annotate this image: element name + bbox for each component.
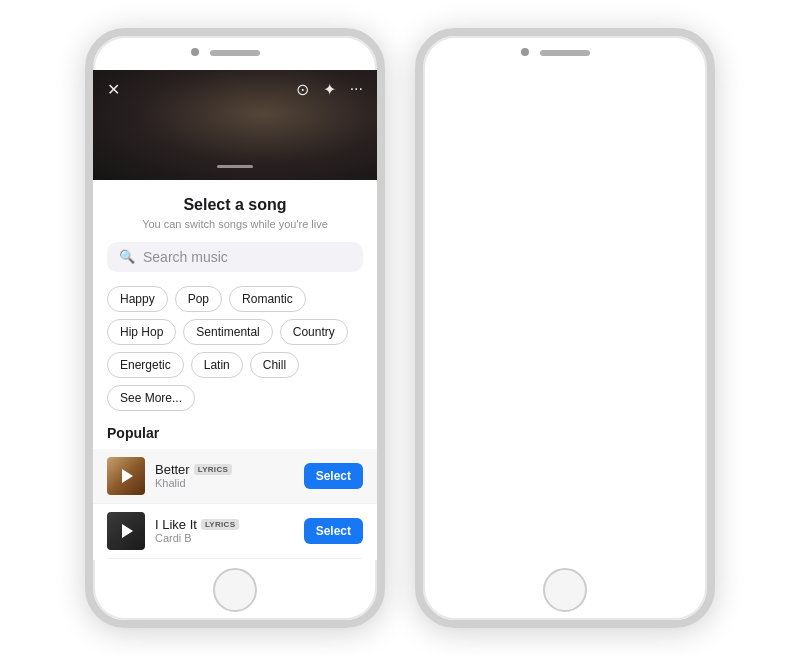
phone-speaker-left [210,50,260,56]
close-icon[interactable]: ✕ [107,80,120,99]
phone-camera-right [521,48,529,56]
tag-item[interactable]: Chill [250,352,299,378]
search-placeholder-text: Search music [143,249,228,265]
camera-icon[interactable]: ⊙ [296,80,309,99]
tag-item[interactable]: Happy [107,286,168,312]
select-song-button[interactable]: Select [304,463,363,489]
tags-container: HappyPopRomanticHip HopSentimentalCountr… [107,286,363,411]
song-item[interactable]: BetterLYRICSKhalidSelect [93,449,377,504]
popular-label: Popular [107,425,363,441]
song-list: BetterLYRICSKhalidSelectI Like ItLYRICSC… [107,449,363,560]
more-icon[interactable]: ··· [350,80,363,99]
right-phone: LIVE 👁 12 Love to see you shine in the n… [415,28,715,628]
phone-camera-left [191,48,199,56]
panel-title: Select a song [107,196,363,214]
left-header-bg: ✕ ⊙ ✦ ··· [93,70,377,180]
search-bar[interactable]: 🔍 Search music [107,242,363,272]
tag-item[interactable]: Energetic [107,352,184,378]
search-icon: 🔍 [119,249,135,264]
tag-item[interactable]: Latin [191,352,243,378]
select-song-button[interactable]: Select [304,518,363,544]
left-header-icons: ✕ ⊙ ✦ ··· [93,80,377,99]
lyrics-badge: LYRICS [201,519,239,530]
music-panel: Select a song You can switch songs while… [93,180,377,560]
song-artist: Khalid [155,477,294,489]
magic-icon[interactable]: ✦ [323,80,336,99]
play-icon [122,469,133,483]
header-icons-right: ⊙ ✦ ··· [296,80,363,99]
song-info: BetterLYRICSKhalid [155,462,294,489]
song-name: I Like ItLYRICS [155,517,294,532]
tag-item[interactable]: Hip Hop [107,319,176,345]
song-info: I Like ItLYRICSCardi B [155,517,294,544]
song-thumb [107,457,145,495]
scene: ✕ ⊙ ✦ ··· Select a song You can switch s… [0,0,800,655]
song-thumb [107,512,145,550]
left-phone: ✕ ⊙ ✦ ··· Select a song You can switch s… [85,28,385,628]
panel-subtitle: You can switch songs while you're live [107,218,363,230]
song-item[interactable]: ThunderImagine DragonsSelect [107,559,363,560]
lyrics-badge: LYRICS [194,464,232,475]
tag-item[interactable]: Country [280,319,348,345]
song-item[interactable]: I Like ItLYRICSCardi BSelect [107,504,363,559]
phone-home-left[interactable] [213,568,257,612]
phone-home-right[interactable] [543,568,587,612]
tag-item[interactable]: See More... [107,385,195,411]
play-icon [122,524,133,538]
tag-item[interactable]: Sentimental [183,319,272,345]
swipe-handle [217,165,253,168]
song-artist: Cardi B [155,532,294,544]
tag-item[interactable]: Pop [175,286,222,312]
phone-speaker-right [540,50,590,56]
song-name: BetterLYRICS [155,462,294,477]
tag-item[interactable]: Romantic [229,286,306,312]
left-screen: ✕ ⊙ ✦ ··· Select a song You can switch s… [93,70,377,560]
